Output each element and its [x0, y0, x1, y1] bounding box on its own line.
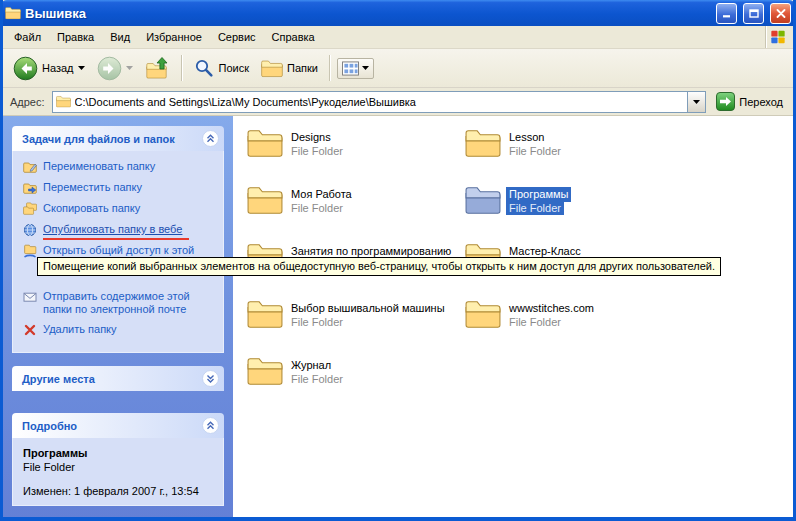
views-dropdown-icon: [362, 66, 369, 70]
task-email-folder[interactable]: Отправить содержимое этой папки по элект…: [23, 290, 219, 316]
menu-bar: Файл Правка Вид Избранное Сервис Справка: [3, 26, 793, 49]
rename-folder-icon: [23, 160, 37, 174]
title-bar: Вышивка: [0, 0, 796, 26]
collapse-button[interactable]: [202, 417, 219, 434]
up-folder-icon: [145, 56, 170, 80]
folder-icon: [465, 299, 501, 329]
other-places-header[interactable]: Другие места: [12, 366, 224, 391]
windows-logo-icon: [765, 26, 790, 48]
task-copy-folder[interactable]: Скопировать папку: [23, 202, 219, 216]
window-title: Вышивка: [25, 6, 86, 21]
toolbar: Назад Поиск Папки: [3, 49, 793, 88]
search-icon: [194, 58, 215, 79]
collapse-button[interactable]: [202, 130, 219, 147]
close-icon: [776, 9, 786, 18]
toolbar-separator: [329, 55, 331, 81]
file-item[interactable]: ЖурналFile Folder: [247, 356, 465, 413]
go-icon: [716, 92, 735, 111]
folders-label: Папки: [287, 62, 318, 74]
folder-icon: [247, 128, 283, 158]
forward-dropdown-icon: [126, 66, 133, 70]
window-folder-icon: [5, 6, 21, 20]
details-item-modified: Изменен: 1 февраля 2007 г., 13:54: [23, 485, 219, 497]
panel-other-places: Другие места: [12, 366, 224, 391]
annotation-underline: [43, 238, 189, 240]
expand-button[interactable]: [202, 370, 219, 387]
task-pane: Задачи для файлов и папок Переименовать …: [3, 116, 233, 520]
chevron-up-icon: [206, 421, 215, 430]
file-list-area: DesignsFile Folder Моя РаботаFile Folder…: [233, 116, 793, 520]
share-folder-icon: [23, 244, 37, 258]
views-icon: [342, 61, 359, 76]
back-dropdown-icon: [78, 66, 85, 70]
tooltip: Помещение копий выбранных элементов на о…: [37, 257, 721, 276]
maximize-icon: [749, 9, 759, 18]
menu-file[interactable]: Файл: [6, 28, 49, 46]
search-button[interactable]: Поиск: [189, 55, 254, 82]
minimize-icon: [723, 15, 730, 17]
email-icon: [23, 290, 37, 304]
move-folder-icon: [23, 181, 37, 195]
go-label: Переход: [739, 96, 783, 108]
panel-file-tasks: Задачи для файлов и папок Переименовать …: [12, 126, 224, 353]
task-delete-folder[interactable]: Удалить папку: [23, 323, 219, 337]
menu-help[interactable]: Справка: [264, 28, 323, 46]
task-publish-folder[interactable]: Опубликовать папку в вебе: [23, 223, 219, 237]
back-label: Назад: [42, 62, 74, 74]
address-path: C:\Documents and Settings\Liza\My Docume…: [75, 96, 684, 108]
menu-view[interactable]: Вид: [102, 28, 138, 46]
menu-edit[interactable]: Правка: [49, 28, 102, 46]
file-item-selected[interactable]: ПрограммыFile Folder: [465, 185, 683, 242]
up-button[interactable]: [140, 53, 175, 83]
explorer-window: Вышивка Файл Правка Вид Избранное Сервис…: [0, 0, 796, 521]
details-item-type: File Folder: [23, 461, 219, 473]
file-item[interactable]: Выбор вышивальной машиныFile Folder: [247, 299, 465, 356]
folder-icon-selected: [465, 185, 501, 215]
chevron-down-icon: [693, 100, 700, 104]
close-button[interactable]: [770, 3, 791, 24]
back-button[interactable]: Назад: [8, 53, 90, 84]
address-dropdown-button[interactable]: [687, 92, 705, 112]
chevron-down-icon: [206, 374, 215, 383]
details-item-name: Программы: [23, 447, 219, 459]
file-item[interactable]: DesignsFile Folder: [247, 128, 465, 185]
panel-details: Подробно Программы File Folder Изменен: …: [12, 413, 224, 506]
minimize-button[interactable]: [716, 3, 737, 24]
file-item[interactable]: wwwstitches.comFile Folder: [465, 299, 683, 356]
details-header[interactable]: Подробно: [12, 413, 224, 438]
copy-folder-icon: [23, 202, 37, 216]
forward-button[interactable]: [92, 53, 138, 84]
task-rename-folder[interactable]: Переименовать папку: [23, 160, 219, 174]
other-places-title: Другие места: [22, 373, 202, 385]
forward-icon: [97, 56, 122, 81]
delete-icon: [23, 323, 37, 337]
folder-icon: [247, 356, 283, 386]
file-item[interactable]: Моя РаботаFile Folder: [247, 185, 465, 242]
address-label: Адрес:: [10, 96, 45, 108]
file-item[interactable]: LessonFile Folder: [465, 128, 683, 185]
task-move-folder[interactable]: Переместить папку: [23, 181, 219, 195]
menu-favorites[interactable]: Избранное: [138, 28, 210, 46]
folders-button[interactable]: Папки: [256, 56, 323, 81]
task-share-folder[interactable]: Открыть общий доступ к этой: [23, 244, 219, 258]
views-button[interactable]: [337, 58, 374, 79]
publish-web-icon: [23, 223, 37, 237]
go-button[interactable]: Переход: [713, 92, 786, 111]
content-area: Задачи для файлов и папок Переименовать …: [3, 116, 793, 520]
folder-icon: [247, 185, 283, 215]
toolbar-separator: [181, 55, 183, 81]
folder-icon: [465, 128, 501, 158]
address-input[interactable]: C:\Documents and Settings\Liza\My Docume…: [52, 91, 707, 113]
chevron-up-icon: [206, 134, 215, 143]
folder-icon: [247, 299, 283, 329]
details-title: Подробно: [22, 420, 202, 432]
maximize-button[interactable]: [743, 3, 764, 24]
file-tasks-title: Задачи для файлов и папок: [22, 133, 202, 145]
back-icon: [13, 56, 38, 81]
address-bar: Адрес: C:\Documents and Settings\Liza\My…: [3, 88, 793, 116]
address-folder-icon: [56, 95, 71, 108]
search-label: Поиск: [219, 62, 249, 74]
menu-tools[interactable]: Сервис: [210, 28, 264, 46]
folders-icon: [261, 59, 283, 78]
file-tasks-header[interactable]: Задачи для файлов и папок: [12, 126, 224, 151]
